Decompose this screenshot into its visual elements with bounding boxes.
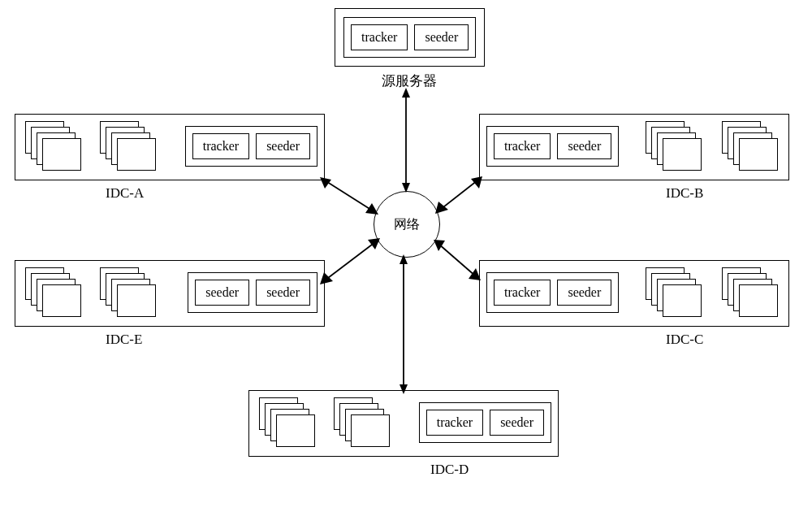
network-node: 网络 [374, 191, 440, 258]
idc-e-label: IDC-E [106, 332, 142, 348]
idc-a-box: tracker seeder [15, 114, 325, 180]
idc-a-tracker: tracker [192, 133, 249, 159]
idc-e-seeder-left: seeder [195, 280, 249, 306]
idc-d-ts-pair: tracker seeder [419, 402, 551, 443]
idc-c-ts-pair: tracker seeder [486, 272, 619, 313]
idc-d-tracker: tracker [426, 410, 483, 436]
idc-a-ts-pair: tracker seeder [185, 126, 317, 167]
idc-e-stack1 [25, 267, 77, 324]
idc-c-box: tracker seeder [479, 260, 789, 327]
idc-c-stack1 [646, 267, 698, 324]
svg-line-12 [438, 244, 476, 276]
network-label: 网络 [394, 216, 420, 233]
idc-b-label: IDC-B [666, 185, 703, 202]
svg-line-3 [325, 180, 374, 211]
source-server-box: tracker seeder [335, 8, 485, 67]
source-seeder: seeder [414, 24, 469, 50]
idc-e-stack2 [100, 267, 152, 324]
idc-a-stack2 [100, 121, 152, 178]
idc-d-box: tracker seeder [248, 390, 559, 457]
source-tracker: tracker [351, 24, 408, 50]
idc-c-seeder: seeder [557, 280, 611, 306]
svg-line-6 [440, 180, 477, 210]
svg-line-9 [325, 242, 375, 280]
idc-b-seeder: seeder [557, 133, 611, 159]
idc-c-tracker: tracker [494, 280, 551, 306]
idc-b-ts-pair: tracker seeder [486, 126, 619, 167]
idc-d-seeder: seeder [490, 410, 544, 436]
idc-e-seeder-right: seeder [256, 280, 310, 306]
idc-a-seeder: seeder [256, 133, 310, 159]
idc-d-stack2 [334, 397, 386, 454]
idc-d-label: IDC-D [430, 462, 469, 478]
idc-b-tracker: tracker [494, 133, 551, 159]
source-server-label: 源服务器 [382, 72, 437, 90]
idc-e-box: seeder seeder [15, 260, 325, 327]
idc-e-ts-pair: seeder seeder [188, 272, 317, 313]
idc-a-stack1 [25, 121, 77, 178]
idc-c-stack2 [722, 267, 774, 324]
idc-a-label: IDC-A [106, 185, 144, 202]
idc-b-stack2 [722, 121, 774, 178]
source-server-ts-pair: tracker seeder [343, 17, 476, 58]
idc-b-box: tracker seeder [479, 114, 789, 180]
idc-d-stack1 [259, 397, 311, 454]
idc-c-label: IDC-C [666, 332, 703, 348]
idc-b-stack1 [646, 121, 698, 178]
